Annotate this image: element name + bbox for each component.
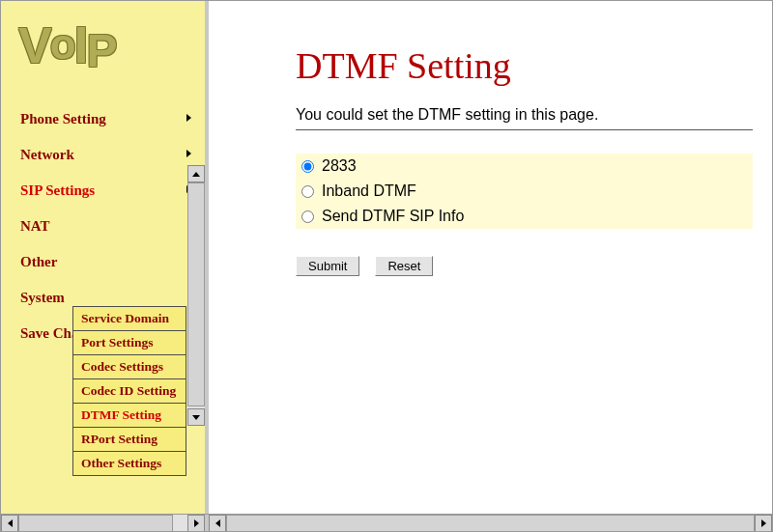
- sidebar-item-other[interactable]: Other: [20, 244, 205, 280]
- submenu-item-label: RPort Setting: [81, 432, 157, 446]
- scroll-left-button[interactable]: [1, 515, 18, 532]
- page-description: You could set the DTMF setting in this p…: [296, 106, 753, 124]
- dtmf-option-row[interactable]: Inband DTMF: [296, 179, 753, 204]
- submenu-item-service-domain[interactable]: Service Domain: [73, 307, 186, 331]
- arrow-right-icon: [194, 519, 199, 527]
- scroll-down-button[interactable]: [187, 408, 205, 426]
- scroll-right-button[interactable]: [187, 515, 205, 532]
- submenu-item-label: Service Domain: [81, 311, 169, 325]
- submenu-item-other-settings[interactable]: Other Settings: [73, 452, 186, 475]
- dtmf-option-row[interactable]: 2833: [296, 154, 753, 179]
- dtmf-radio-inband[interactable]: [301, 185, 314, 198]
- dtmf-radio-2833[interactable]: [301, 160, 314, 173]
- submenu-item-label: DTMF Setting: [81, 407, 161, 422]
- dtmf-option-row[interactable]: Send DTMF SIP Info: [296, 204, 753, 229]
- logo: VoIP: [1, 1, 205, 82]
- main-horizontal-scrollbar[interactable]: [209, 515, 772, 532]
- dtmf-option-label: Send DTMF SIP Info: [322, 208, 464, 225]
- sidebar-item-network[interactable]: Network: [20, 137, 205, 173]
- arrow-down-icon: [192, 415, 200, 420]
- sidebar-item-label: Network: [20, 147, 74, 162]
- chevron-right-icon: [186, 150, 191, 157]
- scroll-thumb[interactable]: [187, 182, 205, 406]
- submenu-item-codec-id-setting[interactable]: Codec ID Setting: [73, 379, 186, 404]
- sidebar-item-label: Other: [20, 254, 57, 269]
- arrow-up-icon: [192, 172, 200, 177]
- page-title: DTMF Setting: [296, 44, 753, 87]
- chevron-right-icon: [186, 114, 191, 122]
- submenu-item-codec-settings[interactable]: Codec Settings: [73, 355, 186, 379]
- sidebar-item-sip-settings[interactable]: SIP Settings: [20, 173, 205, 209]
- reset-button[interactable]: Reset: [375, 256, 433, 276]
- logo-text: VoIP: [18, 17, 116, 73]
- button-row: Submit Reset: [296, 256, 753, 276]
- submenu-item-dtmf-setting[interactable]: DTMF Setting: [73, 404, 186, 428]
- submenu-item-label: Codec Settings: [81, 359, 163, 374]
- sidebar-item-nat[interactable]: NAT: [20, 209, 205, 244]
- scroll-thumb[interactable]: [18, 515, 173, 532]
- scroll-left-button[interactable]: [209, 515, 226, 532]
- sidebar-vertical-scrollbar[interactable]: [187, 165, 205, 426]
- main-content: DTMF Setting You could set the DTMF sett…: [209, 1, 772, 531]
- arrow-left-icon: [8, 519, 13, 527]
- sidebar-item-label: NAT: [20, 218, 50, 234]
- sip-settings-submenu: Service Domain Port Settings Codec Setti…: [72, 306, 186, 476]
- dtmf-radio-sipinfo[interactable]: [301, 210, 314, 223]
- dtmf-option-label: 2833: [322, 157, 357, 175]
- dtmf-option-label: Inband DTMF: [322, 182, 416, 200]
- scroll-up-button[interactable]: [187, 165, 205, 182]
- submenu-item-rport-setting[interactable]: RPort Setting: [73, 428, 186, 452]
- sidebar: VoIP Phone Setting Network SIP Settings …: [1, 1, 209, 531]
- submenu-item-port-settings[interactable]: Port Settings: [73, 331, 186, 355]
- sidebar-horizontal-scrollbar[interactable]: [1, 515, 209, 532]
- arrow-right-icon: [761, 519, 766, 527]
- horizontal-scrollbars: [1, 514, 772, 531]
- arrow-left-icon: [215, 519, 220, 527]
- sidebar-item-label: Phone Setting: [20, 111, 106, 126]
- sidebar-item-phone-setting[interactable]: Phone Setting: [20, 101, 205, 137]
- submenu-item-label: Other Settings: [81, 456, 161, 470]
- sidebar-item-label: SIP Settings: [20, 182, 95, 198]
- scroll-right-button[interactable]: [755, 515, 772, 532]
- submenu-item-label: Codec ID Setting: [81, 383, 176, 398]
- sidebar-item-label: System: [20, 290, 65, 305]
- divider: [296, 129, 753, 130]
- submenu-item-label: Port Settings: [81, 335, 154, 350]
- scroll-thumb[interactable]: [226, 515, 755, 532]
- submit-button[interactable]: Submit: [296, 256, 359, 276]
